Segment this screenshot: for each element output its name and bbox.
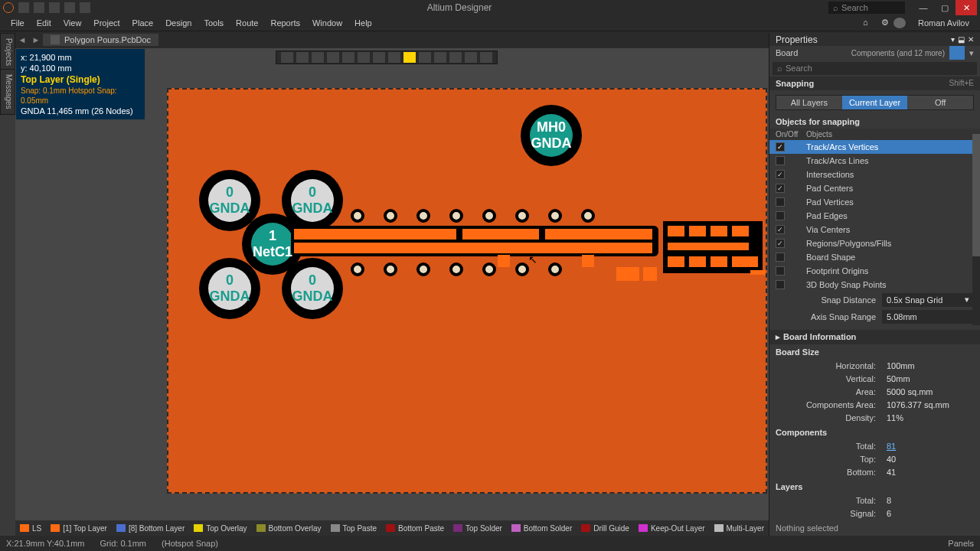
close-panel-icon[interactable]: ✕ bbox=[968, 35, 974, 44]
checkbox[interactable] bbox=[776, 280, 785, 289]
menu-reports[interactable]: Reports bbox=[264, 18, 306, 28]
via[interactable] bbox=[449, 262, 463, 276]
pin-icon[interactable]: ⬓ bbox=[958, 35, 965, 44]
via[interactable] bbox=[548, 262, 562, 276]
tab-prev-button[interactable]: ◄ bbox=[15, 35, 29, 44]
menu-route[interactable]: Route bbox=[230, 18, 264, 28]
snapping-section-header[interactable]: Snapping Shift+E bbox=[769, 77, 980, 90]
close-button[interactable]: ✕ bbox=[956, 0, 977, 15]
board-info-header[interactable]: ▸ Board Information bbox=[769, 330, 980, 344]
select-rect-icon[interactable] bbox=[327, 52, 339, 63]
snap-object-row[interactable]: Intersections bbox=[769, 168, 980, 181]
via[interactable] bbox=[351, 262, 364, 276]
menu-file[interactable]: File bbox=[5, 18, 31, 28]
layer-tab[interactable]: Bottom Overlay bbox=[256, 524, 322, 533]
conn-pin[interactable] bbox=[732, 226, 749, 236]
track-stub[interactable] bbox=[498, 255, 510, 267]
via[interactable] bbox=[482, 209, 496, 223]
checkbox[interactable] bbox=[776, 170, 785, 179]
layer-tab[interactable]: Keep-Out Layer bbox=[639, 524, 705, 533]
conn-pin[interactable] bbox=[668, 256, 684, 267]
checkbox[interactable] bbox=[776, 142, 785, 152]
menu-view[interactable]: View bbox=[57, 18, 88, 28]
via[interactable] bbox=[351, 209, 364, 223]
track-segment[interactable] bbox=[294, 243, 652, 253]
menu-window[interactable]: Window bbox=[306, 18, 348, 28]
via[interactable] bbox=[416, 209, 430, 223]
conn-pin[interactable] bbox=[689, 256, 706, 267]
via[interactable] bbox=[581, 209, 595, 223]
user-name[interactable]: Roman Avilov bbox=[912, 18, 975, 28]
line-icon[interactable] bbox=[480, 52, 492, 63]
snap-object-row[interactable]: Track/Arcs Lines bbox=[769, 154, 980, 168]
snap-object-row[interactable]: Via Centers bbox=[769, 223, 980, 236]
via[interactable] bbox=[384, 209, 397, 223]
maximize-button[interactable]: ▢ bbox=[934, 0, 956, 15]
projects-panel-tab[interactable]: Projects bbox=[0, 33, 15, 71]
menu-project[interactable]: Project bbox=[87, 18, 126, 28]
filter-funnel-button[interactable] bbox=[949, 46, 965, 60]
crop-icon[interactable] bbox=[419, 52, 431, 63]
user-avatar-icon[interactable] bbox=[893, 18, 906, 28]
messages-panel-tab[interactable]: Messages bbox=[0, 69, 15, 115]
layer-tab[interactable]: [8] Bottom Layer bbox=[116, 524, 185, 533]
equals-icon[interactable] bbox=[373, 52, 385, 63]
seg-all-layers[interactable]: All Layers bbox=[776, 96, 842, 109]
menu-design[interactable]: Design bbox=[159, 18, 198, 28]
checkbox[interactable] bbox=[776, 225, 785, 234]
axis-range-input[interactable]: 5.08mm bbox=[882, 310, 974, 324]
pad-gnda-bl[interactable]: 0GNDA bbox=[199, 258, 260, 319]
text-icon[interactable] bbox=[465, 52, 477, 63]
menu-help[interactable]: Help bbox=[348, 18, 378, 28]
conn-pin[interactable] bbox=[732, 256, 758, 267]
checkbox[interactable] bbox=[776, 184, 785, 193]
seg-off[interactable]: Off bbox=[907, 96, 973, 109]
layer-tab[interactable]: [1] Top Layer bbox=[51, 524, 107, 533]
layer-tab[interactable]: Top Solder bbox=[453, 524, 502, 533]
fill-icon[interactable] bbox=[358, 52, 370, 63]
filter-icon[interactable] bbox=[281, 52, 293, 63]
checkbox[interactable] bbox=[776, 197, 785, 207]
menu-place[interactable]: Place bbox=[126, 18, 160, 28]
track-segment[interactable] bbox=[294, 229, 456, 240]
checkbox[interactable] bbox=[776, 266, 785, 276]
undo-icon[interactable] bbox=[80, 2, 90, 13]
align-icon[interactable] bbox=[342, 52, 354, 63]
track-stub[interactable] bbox=[582, 255, 594, 267]
wave-icon[interactable] bbox=[388, 52, 400, 63]
home-icon[interactable]: ⌂ bbox=[857, 18, 869, 28]
checkbox[interactable] bbox=[776, 253, 785, 262]
via[interactable] bbox=[482, 262, 496, 276]
seg-current-layer[interactable]: Current Layer bbox=[842, 96, 908, 109]
layer-tab[interactable]: Drill Guide bbox=[581, 524, 629, 533]
conn-pad[interactable] bbox=[616, 267, 639, 281]
measure-icon[interactable] bbox=[434, 52, 446, 63]
scrollbar[interactable] bbox=[972, 134, 980, 325]
checkbox[interactable] bbox=[776, 239, 785, 248]
conn-pin[interactable] bbox=[689, 226, 706, 236]
track-segment[interactable] bbox=[462, 229, 539, 240]
menu-edit[interactable]: Edit bbox=[31, 18, 57, 28]
scrollbar-thumb[interactable] bbox=[972, 134, 980, 256]
snap-object-row[interactable]: 3D Body Snap Points bbox=[769, 278, 980, 292]
panels-button[interactable]: Panels bbox=[948, 539, 974, 548]
open-icon[interactable] bbox=[49, 2, 60, 13]
snap-distance-select[interactable]: 0.5x Snap Grid▾ bbox=[882, 293, 974, 307]
save-icon[interactable] bbox=[34, 2, 44, 13]
snap-object-row[interactable]: Footprint Origins bbox=[769, 264, 980, 278]
snap-object-row[interactable]: Pad Centers bbox=[769, 181, 980, 195]
pad-mh0[interactable]: MH0 GNDA bbox=[521, 105, 582, 166]
document-tab[interactable]: Polygon Pours.PcbDoc bbox=[43, 34, 158, 46]
highlight-icon[interactable] bbox=[403, 52, 416, 63]
tab-next-button[interactable]: ► bbox=[29, 35, 43, 44]
chevron-down-icon[interactable]: ▾ bbox=[969, 48, 974, 58]
dimension-icon[interactable] bbox=[449, 52, 462, 63]
conn-pin[interactable] bbox=[710, 256, 727, 267]
via[interactable] bbox=[384, 262, 397, 276]
pcb-board[interactable]: MH0 GNDA 0GNDA 0GNDA 0GNDA 0GNDA 1NetC1 bbox=[167, 88, 767, 494]
menu-tools[interactable]: Tools bbox=[198, 18, 230, 28]
snap-object-row[interactable]: Board Shape bbox=[769, 250, 980, 264]
layer-tab[interactable]: LS bbox=[20, 524, 41, 533]
folder-icon[interactable] bbox=[64, 2, 75, 13]
gear-icon[interactable]: ⚙ bbox=[875, 18, 887, 28]
